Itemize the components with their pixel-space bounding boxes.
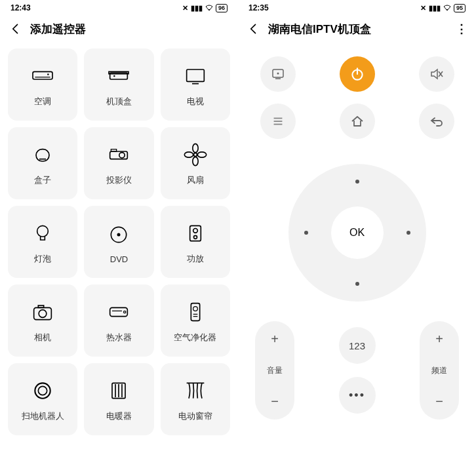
stb-icon bbox=[106, 62, 132, 90]
volume-label: 音量 bbox=[267, 365, 283, 376]
volume-up[interactable]: + bbox=[271, 332, 279, 347]
curtain-icon bbox=[182, 376, 208, 405]
dpad-ok-button[interactable]: OK bbox=[331, 206, 384, 259]
volume-down[interactable]: − bbox=[271, 394, 279, 409]
device-card-robot[interactable]: 扫地机器人 bbox=[8, 363, 77, 435]
device-card-amp[interactable]: 功放 bbox=[161, 206, 230, 278]
status-bar: 12:43 ✕ ▮▮▮ 96 bbox=[0, 0, 238, 16]
device-card-label: 投影仪 bbox=[106, 174, 132, 186]
dvd-icon bbox=[106, 220, 132, 249]
svg-point-19 bbox=[37, 226, 49, 237]
page-title: 添加遥控器 bbox=[30, 22, 86, 37]
device-card-tv[interactable]: 电视 bbox=[161, 49, 230, 121]
device-card-label: 扫地机器人 bbox=[22, 410, 64, 422]
svg-point-30 bbox=[124, 311, 126, 313]
signal-icon: ▮▮▮ bbox=[429, 4, 441, 12]
channel-down[interactable]: − bbox=[435, 394, 443, 409]
volume-rocker[interactable]: + 音量 − bbox=[255, 321, 294, 420]
dpad-container: OK bbox=[238, 164, 476, 302]
svg-point-16 bbox=[193, 157, 198, 165]
amp-icon bbox=[182, 219, 208, 248]
device-card-label: 风扇 bbox=[187, 174, 204, 186]
device-card-label: 功放 bbox=[187, 253, 204, 265]
screen-left-add-remote: 12:43 ✕ ▮▮▮ 96 添加遥控器 空调 机顶盒 电视 盒子 投影仪 风扇… bbox=[0, 0, 238, 451]
home-button[interactable] bbox=[340, 104, 375, 139]
device-card-label: DVD bbox=[110, 254, 128, 264]
wifi-icon bbox=[443, 5, 451, 11]
device-card-dvd[interactable]: DVD bbox=[84, 206, 153, 278]
camera-icon bbox=[30, 298, 56, 326]
status-time: 12:43 bbox=[10, 3, 31, 12]
device-card-box[interactable]: 盒子 bbox=[8, 127, 77, 199]
device-card-label: 灯泡 bbox=[34, 253, 51, 265]
channel-rocker[interactable]: + 频道 − bbox=[420, 321, 459, 420]
svg-point-15 bbox=[193, 144, 198, 152]
channel-label: 频道 bbox=[431, 365, 447, 376]
back-button[interactable] bbox=[419, 104, 454, 139]
device-card-warmer[interactable]: 电暖器 bbox=[84, 363, 153, 435]
more-options-icon[interactable]: ⋮ bbox=[456, 22, 467, 36]
device-card-heater[interactable]: 热水器 bbox=[84, 284, 153, 357]
numpad-button[interactable]: 123 bbox=[339, 327, 376, 364]
bulb-icon bbox=[30, 219, 56, 248]
svg-point-0 bbox=[208, 9, 210, 10]
dnd-icon: ✕ bbox=[182, 4, 188, 12]
input-source-button[interactable] bbox=[260, 56, 296, 92]
back-icon[interactable] bbox=[9, 22, 22, 35]
dpad-left-indicator bbox=[304, 231, 308, 235]
dpad-up-indicator bbox=[355, 180, 359, 184]
device-card-camera[interactable]: 相机 bbox=[8, 284, 77, 357]
svg-point-44 bbox=[277, 73, 279, 75]
status-icons: ✕ ▮▮▮ 96 bbox=[182, 4, 228, 12]
more-functions-button[interactable]: ••• bbox=[339, 377, 376, 414]
device-card-label: 盒子 bbox=[34, 174, 51, 186]
channel-up[interactable]: + bbox=[435, 332, 443, 347]
svg-point-36 bbox=[38, 386, 47, 395]
menu-button[interactable] bbox=[260, 104, 296, 139]
dnd-icon: ✕ bbox=[420, 4, 426, 12]
heater-icon bbox=[106, 298, 132, 326]
device-card-purifier[interactable]: 空气净化器 bbox=[161, 284, 230, 357]
mute-button[interactable] bbox=[419, 56, 454, 92]
svg-point-32 bbox=[193, 307, 197, 311]
device-card-fan[interactable]: 风扇 bbox=[161, 127, 230, 199]
svg-point-24 bbox=[193, 235, 197, 239]
signal-icon: ▮▮▮ bbox=[191, 4, 203, 12]
screen-right-remote: 12:35 ✕ ▮▮▮ 95 湖南电信IPTV机顶盒 ⋮ bbox=[238, 0, 476, 451]
device-card-label: 相机 bbox=[34, 332, 51, 343]
projector-icon bbox=[106, 140, 132, 169]
dpad[interactable]: OK bbox=[288, 164, 426, 302]
tv-icon bbox=[182, 62, 208, 90]
svg-point-17 bbox=[184, 152, 193, 157]
status-icons: ✕ ▮▮▮ 95 bbox=[420, 4, 466, 12]
device-card-label: 空气净化器 bbox=[174, 332, 216, 343]
device-grid: 空调 机顶盒 电视 盒子 投影仪 风扇 灯泡 DVD 功放 相机 热水器 空气净… bbox=[0, 42, 238, 442]
robot-icon bbox=[30, 376, 56, 405]
svg-rect-13 bbox=[111, 149, 117, 151]
device-card-ac[interactable]: 空调 bbox=[8, 49, 77, 121]
warmer-icon bbox=[106, 376, 132, 405]
device-card-stb[interactable]: 机顶盒 bbox=[84, 49, 153, 121]
svg-point-35 bbox=[35, 383, 50, 398]
svg-rect-7 bbox=[186, 69, 204, 81]
device-card-curtain[interactable]: 电动窗帘 bbox=[161, 363, 230, 435]
title-bar: 添加遥控器 bbox=[0, 16, 238, 42]
svg-point-42 bbox=[446, 9, 448, 10]
device-card-bulb[interactable]: 灯泡 bbox=[8, 206, 77, 278]
purifier-icon bbox=[182, 298, 208, 326]
svg-rect-28 bbox=[110, 307, 128, 316]
back-icon[interactable] bbox=[247, 22, 260, 35]
device-card-label: 热水器 bbox=[106, 332, 132, 343]
ac-icon bbox=[30, 62, 56, 90]
device-card-label: 空调 bbox=[34, 96, 51, 108]
bottom-controls: + 音量 − 123 ••• + 频道 − bbox=[238, 302, 476, 420]
status-time: 12:35 bbox=[248, 3, 269, 12]
device-card-label: 机顶盒 bbox=[106, 96, 132, 108]
dpad-right-indicator bbox=[407, 231, 410, 235]
svg-point-18 bbox=[197, 152, 206, 157]
svg-point-3 bbox=[47, 73, 49, 75]
power-button[interactable] bbox=[340, 56, 375, 92]
page-title: 湖南电信IPTV机顶盒 bbox=[268, 22, 371, 37]
device-card-projector[interactable]: 投影仪 bbox=[84, 127, 153, 199]
svg-point-26 bbox=[39, 310, 47, 318]
